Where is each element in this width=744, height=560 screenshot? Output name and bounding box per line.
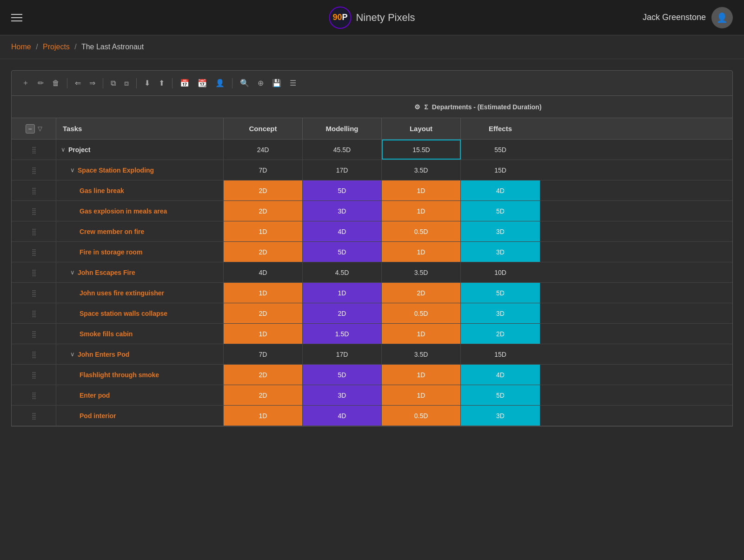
modelling-cell[interactable]: 17D [303,344,382,364]
modelling-cell[interactable]: 45.5D [303,140,382,160]
expand-button[interactable]: ∨ [70,269,75,276]
layout-cell[interactable]: 1D [382,201,461,221]
modelling-cell[interactable]: 5D [303,242,382,262]
expand-button[interactable]: ∨ [70,351,75,358]
effects-cell[interactable]: 3D [461,221,540,241]
modelling-cell[interactable]: 4D [303,221,382,241]
effects-cell[interactable]: 3D [461,406,540,426]
effects-cell[interactable]: 3D [461,303,540,323]
layout-cell[interactable]: 3.5D [382,262,461,282]
layout-cell[interactable]: 1D [382,242,461,262]
drag-handle-icon[interactable]: ⣿ [32,187,36,194]
layout-cell[interactable]: 2D [382,283,461,303]
drag-handle-icon[interactable]: ⣿ [32,371,36,379]
drag-handle-icon[interactable]: ⣿ [32,310,36,317]
concept-cell[interactable]: 4D [224,262,303,282]
layout-cell[interactable]: 0.5D [382,221,461,241]
drag-handle-icon[interactable]: ⣿ [32,207,36,215]
drag-handle-icon[interactable]: ⣿ [32,392,36,399]
hamburger-menu[interactable] [11,14,22,21]
effects-cell[interactable]: 4D⋮ [461,365,540,385]
expand-button[interactable]: ∨ [70,167,75,173]
layout-cell[interactable]: 1D [382,180,461,200]
task-label: Space Station Exploding [78,167,154,174]
modelling-cell[interactable]: 3D [303,201,382,221]
effects-cell[interactable]: 15D [461,160,540,180]
concept-cell[interactable]: 2D [224,303,303,323]
layout-cell[interactable]: 1D [382,385,461,405]
effects-cell[interactable]: 5D [461,201,540,221]
drag-handle-icon[interactable]: ⣿ [32,228,36,235]
save-button[interactable]: 💾 [269,77,284,89]
collapse-all-button[interactable]: − [26,124,35,133]
zoom-in-button[interactable]: ⊕ [255,77,266,89]
drag-handle-icon[interactable]: ⣿ [32,330,36,338]
concept-cell[interactable]: 7D [224,344,303,364]
concept-cell[interactable]: 2D [224,201,303,221]
add-button[interactable]: ＋ [19,76,32,90]
calendar-grid-button[interactable]: 📆 [195,77,210,89]
layout-cell[interactable]: 1D [382,324,461,344]
edit-button[interactable]: ✏ [35,77,46,89]
import-button[interactable]: ⬇ [141,77,153,89]
brand: 90P Ninety Pixels [329,7,415,29]
modelling-cell[interactable]: 1.5D [303,324,382,344]
modelling-cell[interactable]: 17D [303,160,382,180]
delete-button[interactable]: 🗑 [49,77,62,89]
drag-handle-icon[interactable]: ⣿ [32,351,36,358]
copy-button[interactable]: ⧉ [108,77,119,89]
indent-right-button[interactable]: ⇒ [86,77,98,89]
effects-cell[interactable]: 10D [461,262,540,282]
concept-cell[interactable]: 24D [224,140,303,160]
modelling-cell[interactable]: 4.5D [303,262,382,282]
zoom-out-button[interactable]: 🔍 [237,77,252,89]
modelling-cell[interactable]: 5D [303,365,382,385]
concept-cell[interactable]: 2D [224,365,303,385]
effects-cell[interactable]: 2D [461,324,540,344]
layout-cell[interactable]: 0.5D [382,303,461,323]
user-button[interactable]: 👤 [213,77,227,89]
modelling-cell[interactable]: 4D [303,406,382,426]
concept-cell[interactable]: 2D [224,242,303,262]
effects-cell[interactable]: 4D [461,180,540,200]
concept-cell[interactable]: 2D [224,180,303,200]
effects-cell[interactable]: 3D [461,242,540,262]
breadcrumb-projects[interactable]: Projects [43,43,70,51]
concept-cell[interactable]: 1D [224,324,303,344]
effects-cell[interactable]: 55D [461,140,540,160]
layout-cell[interactable]: 3.5D [382,344,461,364]
drag-handle-icon[interactable]: ⣿ [32,167,36,174]
concept-cell[interactable]: 1D [224,406,303,426]
layout-cell[interactable]: 3.5D [382,160,461,180]
menu-button[interactable]: ☰ [287,77,299,89]
layout-cell[interactable]: 15.5D [382,140,461,160]
modelling-cell[interactable]: 2D [303,303,382,323]
breadcrumb-home[interactable]: Home [11,43,31,51]
layout-cell[interactable]: 0.5D [382,406,461,426]
expand-button[interactable]: ∨ [61,146,66,153]
concept-cell[interactable]: 7D [224,160,303,180]
indent-left-button[interactable]: ⇐ [72,77,84,89]
concept-cell[interactable]: 1D [224,283,303,303]
calendar-button[interactable]: 📅 [177,77,192,89]
drag-handle-icon[interactable]: ⣿ [32,146,36,153]
export-button[interactable]: ⬆ [156,77,167,89]
paste-button[interactable]: ⧈ [121,77,132,89]
table-row: ⣿John uses fire extinguisher1D1D2D5D [12,283,732,303]
drag-handle-icon[interactable]: ⣿ [32,269,36,276]
modelling-cell[interactable]: 5D [303,180,382,200]
effects-cell[interactable]: 15D [461,344,540,364]
layout-cell[interactable]: 1D [382,365,461,385]
concept-cell[interactable]: 1D [224,221,303,241]
context-menu-icon[interactable]: ⋮ [531,370,539,380]
effects-cell[interactable]: 5D [461,283,540,303]
concept-cell[interactable]: 2D [224,385,303,405]
task-label: Space station walls collapse [80,310,167,317]
drag-handle-icon[interactable]: ⣿ [32,412,36,420]
filter-icon[interactable]: ▽ [38,125,42,132]
effects-cell[interactable]: 5D [461,385,540,405]
drag-handle-icon[interactable]: ⣿ [32,248,36,256]
modelling-cell[interactable]: 1D [303,283,382,303]
modelling-cell[interactable]: 3D [303,385,382,405]
drag-handle-icon[interactable]: ⣿ [32,289,36,297]
